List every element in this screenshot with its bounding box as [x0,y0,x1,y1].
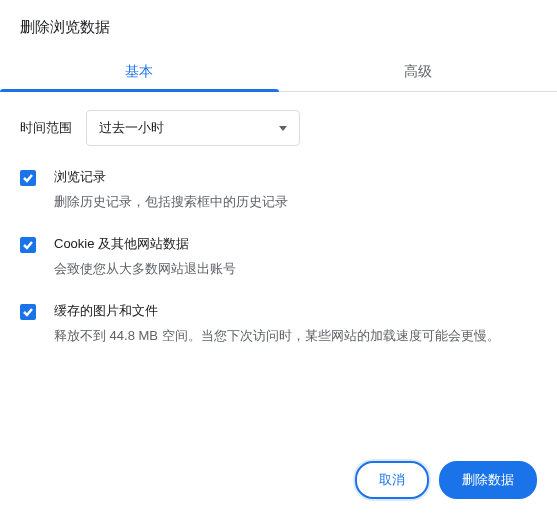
option-desc: 删除历史记录，包括搜索框中的历史记录 [54,192,537,213]
tab-advanced[interactable]: 高级 [279,51,558,91]
tabs: 基本 高级 [0,51,557,92]
chevron-down-icon [279,126,287,131]
check-icon [22,239,34,251]
option-title: 缓存的图片和文件 [54,302,537,320]
check-icon [22,306,34,318]
option-desc: 会致使您从大多数网站退出账号 [54,259,537,280]
option-desc: 释放不到 44.8 MB 空间。当您下次访问时，某些网站的加载速度可能会更慢。 [54,326,537,347]
option-text: 缓存的图片和文件 释放不到 44.8 MB 空间。当您下次访问时，某些网站的加载… [54,302,537,347]
dialog-footer: 取消 删除数据 [355,461,537,499]
check-icon [22,172,34,184]
option-cookies: Cookie 及其他网站数据 会致使您从大多数网站退出账号 [20,235,537,280]
time-range-selected: 过去一小时 [99,119,164,137]
time-range-select[interactable]: 过去一小时 [86,110,300,146]
checkbox-cache[interactable] [20,304,36,320]
option-text: Cookie 及其他网站数据 会致使您从大多数网站退出账号 [54,235,537,280]
confirm-button[interactable]: 删除数据 [439,461,537,499]
option-title: Cookie 及其他网站数据 [54,235,537,253]
checkbox-browsing-history[interactable] [20,170,36,186]
cancel-button[interactable]: 取消 [355,461,429,499]
time-range-label: 时间范围 [20,119,72,137]
option-text: 浏览记录 删除历史记录，包括搜索框中的历史记录 [54,168,537,213]
checkbox-cookies[interactable] [20,237,36,253]
option-title: 浏览记录 [54,168,537,186]
option-cache: 缓存的图片和文件 释放不到 44.8 MB 空间。当您下次访问时，某些网站的加载… [20,302,537,347]
dialog-content: 时间范围 过去一小时 浏览记录 删除历史记录，包括搜索框中的历史记录 Cooki… [0,92,557,346]
time-range-row: 时间范围 过去一小时 [20,110,537,146]
dialog-title: 删除浏览数据 [0,0,557,51]
tab-basic[interactable]: 基本 [0,51,279,91]
option-browsing-history: 浏览记录 删除历史记录，包括搜索框中的历史记录 [20,168,537,213]
